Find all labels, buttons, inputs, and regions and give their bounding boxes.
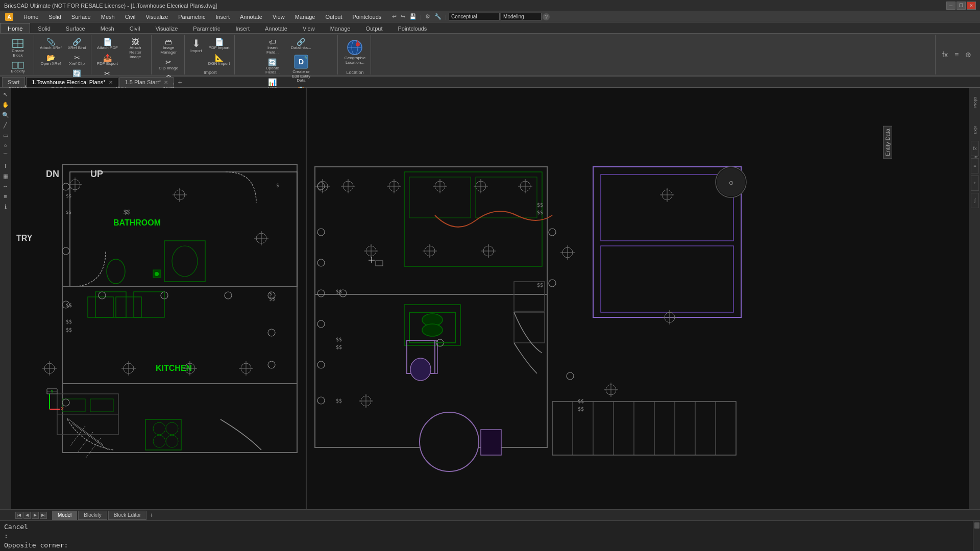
restore-button[interactable]: ❐	[957, 2, 966, 10]
clip-image-button[interactable]: ✂ Clip Image	[155, 57, 182, 72]
attach-xref-button[interactable]: 📎 Attach XRef	[37, 37, 64, 52]
ribbon-tool-1[interactable]: fx	[940, 49, 950, 60]
menu-home[interactable]: Home	[18, 11, 43, 22]
command-scrollbar[interactable]	[973, 521, 980, 551]
dgn-import-button[interactable]: 📐 DGN Import	[206, 53, 233, 68]
select-tool[interactable]: ↖	[1, 90, 10, 99]
app-menu[interactable]: A	[0, 11, 18, 22]
tab-nav-last[interactable]: ▶|	[40, 512, 47, 519]
rect-tool[interactable]: ▭	[1, 131, 10, 140]
tool1-icon[interactable]: ⚙	[424, 13, 432, 20]
properties-panel-toggle[interactable]: Props	[970, 90, 979, 115]
doc-tab-planstart-close[interactable]: ✕	[164, 80, 168, 85]
undo-icon[interactable]: ↩	[390, 13, 398, 20]
pdf-export-button[interactable]: 📤 PDF Export	[94, 53, 120, 68]
redo-icon[interactable]: ↪	[399, 13, 407, 20]
text-tool[interactable]: T	[1, 161, 10, 170]
insert-field-button[interactable]: 🏷 Insert Field...	[259, 37, 286, 57]
right-tool-param[interactable]: ∫	[971, 193, 979, 208]
drawing-canvas[interactable]: BATHROOM DN UP TRY KITCHEN	[11, 88, 969, 509]
ribbon-tab-view[interactable]: View	[295, 23, 323, 33]
menu-output[interactable]: Output	[320, 11, 347, 22]
svg-text:UP: UP	[90, 169, 103, 179]
geographic-location-button[interactable]: Geographic Location...	[341, 37, 369, 68]
blockify-tab[interactable]: Blockify	[78, 511, 107, 520]
properties-tool[interactable]: ℹ	[1, 202, 10, 211]
create-edit-entity-button[interactable]: D ✎ Create or Edit Entity Data	[287, 53, 315, 85]
create-block-button[interactable]: Create Block	[4, 37, 32, 60]
xref-bind-button[interactable]: 🔗 XRef Bind	[65, 37, 89, 52]
ribbon-tab-civil[interactable]: Civil	[122, 23, 148, 33]
menu-mesh[interactable]: Mesh	[96, 11, 120, 22]
tab-nav-first[interactable]: |◀	[15, 512, 22, 519]
bottom-tabs: |◀ ◀ ▶ ▶| Model Blockify Block Editor +	[0, 509, 980, 520]
tool2-icon[interactable]: 🔧	[433, 13, 443, 20]
svg-point-157	[410, 358, 431, 381]
menu-pointclouds[interactable]: Pointclouds	[347, 11, 386, 22]
ribbon-tab-pointclouds[interactable]: Pointclouds	[390, 23, 434, 33]
right-tool-fx[interactable]: fx	[971, 141, 979, 156]
save-icon[interactable]: 💾	[408, 13, 418, 20]
model-tab[interactable]: Model	[52, 511, 77, 520]
menu-insert[interactable]: Insert	[210, 11, 235, 22]
workspace-input[interactable]	[501, 13, 542, 20]
canvas-area[interactable]: BATHROOM DN UP TRY KITCHEN	[11, 88, 969, 509]
svg-point-188	[420, 412, 479, 471]
help-icon[interactable]: ?	[543, 13, 550, 20]
ribbon-tab-surface[interactable]: Surface	[58, 23, 93, 33]
zoom-tool[interactable]: 🔍	[1, 110, 10, 119]
doc-tab-townhouse[interactable]: 1.Townhouse Elecrical Plans* ✕	[26, 77, 118, 87]
ribbon-tab-solid[interactable]: Solid	[30, 23, 58, 33]
entity-data-panel[interactable]: Entity Data	[883, 126, 892, 159]
hatch-tool[interactable]: ▦	[1, 171, 10, 181]
right-tool-plus[interactable]: +	[971, 176, 979, 191]
attach-raster-button[interactable]: 🖼 Attach Rester Image	[121, 37, 149, 61]
ribbon-tab-mesh[interactable]: Mesh	[93, 23, 122, 33]
visual-style-input[interactable]	[449, 13, 500, 20]
tab-nav-next[interactable]: ▶	[32, 512, 39, 519]
ribbon-tab-home[interactable]: Home	[0, 23, 30, 33]
open-xref-button[interactable]: 📂 Open XRef	[37, 53, 64, 68]
menu-surface[interactable]: Surface	[66, 11, 96, 22]
menu-parametric[interactable]: Parametric	[173, 11, 210, 22]
minimize-button[interactable]: ─	[946, 2, 955, 10]
doc-tab-townhouse-close[interactable]: ✕	[109, 80, 113, 85]
ribbon-tool-3[interactable]: ⊕	[963, 49, 974, 60]
pan-tool[interactable]: ✋	[1, 100, 10, 109]
tab-nav-prev[interactable]: ◀	[23, 512, 31, 519]
new-tab-button[interactable]: +	[175, 77, 185, 87]
update-fields-button[interactable]: 🔄 Update Fields...	[259, 57, 286, 77]
ribbon-tab-annotate[interactable]: Annotate	[257, 23, 295, 33]
block-editor-tab[interactable]: Block Editor	[108, 511, 146, 520]
svg-text:BATHROOM: BATHROOM	[113, 218, 161, 227]
ribbon-tab-output[interactable]: Output	[358, 23, 390, 33]
menu-visualize[interactable]: Visualize	[140, 11, 173, 22]
menu-solid[interactable]: Solid	[43, 11, 66, 22]
attach-pdf-button[interactable]: 📄 Attach PDF	[94, 37, 120, 52]
circle-tool[interactable]: ○	[1, 141, 10, 150]
menu-annotate[interactable]: Annotate	[235, 11, 267, 22]
ribbon-tool-2[interactable]: ≡	[951, 49, 962, 60]
pdf-import-button[interactable]: 📄 PDF Import	[206, 37, 233, 52]
doc-tab-start[interactable]: Start	[2, 77, 25, 87]
menu-manage[interactable]: Manage	[290, 11, 321, 22]
line-tool[interactable]: ╱	[1, 120, 10, 130]
ribbon-tab-parametric[interactable]: Parametric	[185, 23, 228, 33]
import-button[interactable]: ⬇ Import	[188, 37, 205, 55]
menu-view[interactable]: View	[267, 11, 290, 22]
doc-tab-planstart[interactable]: 1.5 Plan Start* ✕	[119, 77, 174, 87]
image-manager-button[interactable]: 🗃 Image Manager	[155, 37, 182, 57]
menu-civil[interactable]: Civil	[120, 11, 141, 22]
arc-tool[interactable]: ⌒	[1, 151, 10, 160]
dim-tool[interactable]: ↔	[1, 182, 10, 191]
xref-clip-button[interactable]: ✂ Xref Clip	[65, 53, 89, 68]
add-layout-button[interactable]: +	[150, 512, 153, 519]
ribbon-tab-visualize[interactable]: Visualize	[148, 23, 185, 33]
ribbon-tab-insert[interactable]: Insert	[228, 23, 257, 33]
right-tool-grid[interactable]: ≡	[971, 158, 979, 173]
datalinks-button[interactable]: 🔗 Datalinks...	[287, 37, 315, 52]
close-button[interactable]: ✕	[967, 2, 976, 10]
ribbon-tab-manage[interactable]: Manage	[323, 23, 358, 33]
blockify-button[interactable]: Blockify	[4, 60, 32, 76]
layer-tool[interactable]: ≡	[1, 192, 10, 201]
